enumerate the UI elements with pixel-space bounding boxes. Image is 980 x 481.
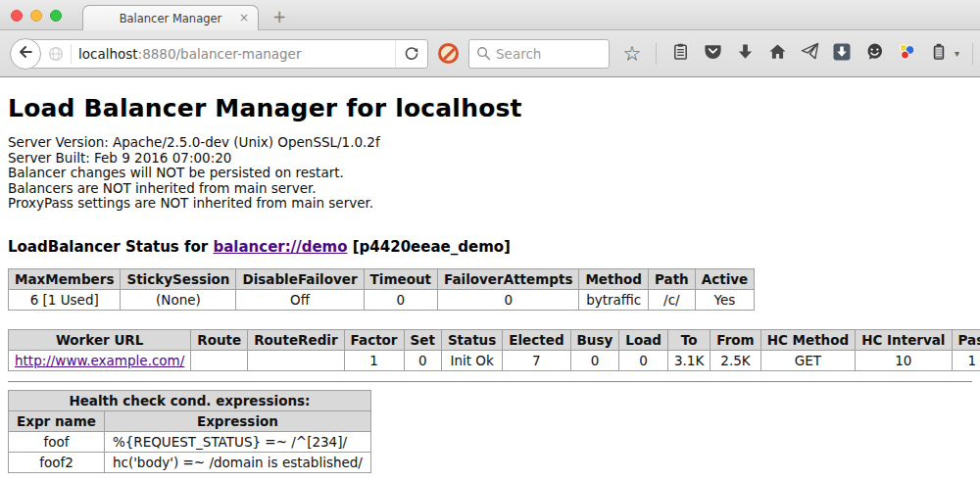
back-arrow-icon <box>17 43 34 65</box>
column-header: Timeout <box>364 268 437 289</box>
globe-icon <box>48 46 64 62</box>
worker-table: Worker URL Route RouteRedir Factor Set S… <box>8 329 980 371</box>
pocket-button[interactable] <box>702 42 723 66</box>
content-blocked-icon[interactable] <box>438 43 459 64</box>
column-header: Load <box>619 329 668 350</box>
table-row: http://www.example.com/ 1 0 Init Ok 7 0 … <box>9 350 980 370</box>
cell-set: 0 <box>404 350 441 370</box>
search-bar[interactable] <box>468 39 610 69</box>
server-version-line: Server Version: Apache/2.5.0-dev (Unix) … <box>8 135 972 151</box>
proxypass-notice-line: ProxyPass settings are NOT inherited fro… <box>8 196 972 212</box>
cell-active: Yes <box>695 289 755 310</box>
pocket-icon <box>704 42 722 65</box>
table-header-row: Worker URL Route RouteRedir Factor Set S… <box>9 329 980 350</box>
bookmark-button[interactable]: ☆ <box>621 42 643 66</box>
download-square-icon <box>833 43 851 65</box>
home-icon <box>768 42 787 65</box>
cell-status: Init Ok <box>441 350 502 370</box>
clipboard-icon <box>671 42 690 65</box>
persist-notice-line: Balancer changes will NOT be persisted o… <box>8 166 972 181</box>
battery-extension-button[interactable] <box>928 42 950 66</box>
minimize-window-button[interactable] <box>30 10 42 22</box>
toolbar-divider <box>972 43 973 65</box>
download-arrow-icon <box>736 42 755 65</box>
cell-expression: %{REQUEST_STATUS} =~ /^[234]/ <box>104 431 370 452</box>
table-row: 6 [1 Used] (None) Off 0 0 bytraffic /c/ … <box>9 289 755 310</box>
column-header: Status <box>441 329 502 350</box>
heading-prefix: LoadBalancer Status for <box>8 238 213 256</box>
toolbar-divider <box>656 43 657 65</box>
chat-button[interactable] <box>863 42 885 66</box>
column-header: Elected <box>503 329 570 350</box>
page-content: Load Balancer Manager for localhost Serv… <box>0 94 980 481</box>
navigation-toolbar: localhost:8880/balancer-manager ☆ <box>0 30 980 77</box>
paper-plane-icon <box>801 42 819 65</box>
extension-dots-button[interactable] <box>896 42 917 66</box>
cell-factor: 1 <box>344 350 404 370</box>
back-button[interactable] <box>10 38 41 70</box>
chat-smiley-icon <box>865 42 884 65</box>
address-text: localhost:8880/balancer-manager <box>78 46 395 62</box>
balancer-params-table: MaxMembers StickySession DisableFailover… <box>8 268 755 311</box>
magnifier-icon <box>476 46 491 61</box>
column-header: Expression <box>104 410 370 431</box>
home-button[interactable] <box>766 42 788 66</box>
server-info: Server Version: Apache/2.5.0-dev (Unix) … <box>8 135 972 212</box>
search-input[interactable] <box>496 46 594 62</box>
zoom-window-button[interactable] <box>50 10 62 22</box>
cell-method: bytraffic <box>579 289 649 310</box>
column-header: Path <box>649 268 696 289</box>
cell-hc-interval: 10 <box>856 350 952 370</box>
toolbar-buttons: ☆ <box>621 42 980 66</box>
cell-route <box>191 350 248 370</box>
url-host: localhost <box>78 46 138 62</box>
cell-disablefailover: Off <box>236 289 364 310</box>
cell-expression: hc('body') =~ /domain is established/ <box>104 452 370 472</box>
column-header: Route <box>191 329 248 350</box>
cell-path: /c/ <box>649 289 696 310</box>
cell-failoverattempts: 0 <box>438 289 579 310</box>
url-divider <box>71 44 72 64</box>
download-manager-button[interactable] <box>831 42 853 66</box>
table-row: foof2 hc('body') =~ /domain is establish… <box>9 452 371 472</box>
tab-title: Balancer Manager <box>120 12 222 25</box>
column-header: Busy <box>570 329 619 350</box>
colored-dots-icon <box>897 42 916 66</box>
cell-routeredir <box>248 350 344 370</box>
table-header-row: Expr name Expression <box>9 410 371 431</box>
browser-window: Balancer Manager × + localhost:8880/bala… <box>0 0 980 481</box>
worker-url-link[interactable]: http://www.example.com/ <box>15 353 184 368</box>
tab-close-icon[interactable]: × <box>239 12 249 24</box>
column-header: Factor <box>344 329 404 350</box>
reading-list-button[interactable] <box>669 42 691 66</box>
health-check-title: Health check cond. expressions: <box>9 390 371 410</box>
balancer-status-heading: LoadBalancer Status for balancer://demo … <box>8 238 972 256</box>
column-header: StickySession <box>121 268 236 289</box>
column-header: Worker URL <box>9 329 191 350</box>
tab-balancer-manager[interactable]: Balancer Manager × <box>82 5 259 30</box>
send-tab-button[interactable] <box>799 42 820 66</box>
cell-expr-name: foof2 <box>9 452 105 472</box>
health-check-table: Health check cond. expressions: Expr nam… <box>8 390 371 473</box>
cell-maxmembers: 6 [1 Used] <box>9 289 121 310</box>
dropdown-caret-icon[interactable]: ▾ <box>955 48 959 59</box>
downloads-button[interactable] <box>734 42 756 66</box>
column-header: Expr name <box>9 410 105 431</box>
table-header-row: MaxMembers StickySession DisableFailover… <box>9 268 755 289</box>
column-header: HC Interval <box>856 329 952 350</box>
column-header: MaxMembers <box>9 268 121 289</box>
column-header: From <box>710 329 760 350</box>
cell-load: 0 <box>619 350 668 370</box>
url-bar[interactable]: localhost:8880/balancer-manager <box>24 39 428 69</box>
url-path: :8880/balancer-manager <box>138 46 302 62</box>
cell-from: 2.5K <box>710 350 760 370</box>
titlebar: Balancer Manager × + <box>0 0 980 30</box>
battery-icon <box>930 42 948 65</box>
new-tab-button[interactable]: + <box>272 7 286 26</box>
server-built-line: Server Built: Feb 9 2016 07:00:20 <box>8 151 972 167</box>
balancer-demo-link[interactable]: balancer://demo <box>213 238 347 256</box>
reload-button[interactable] <box>395 40 427 68</box>
table-row: foof %{REQUEST_STATUS} =~ /^[234]/ <box>9 431 371 452</box>
close-window-button[interactable] <box>11 10 23 22</box>
heading-suffix: [p4420eeae_demo] <box>348 238 511 256</box>
